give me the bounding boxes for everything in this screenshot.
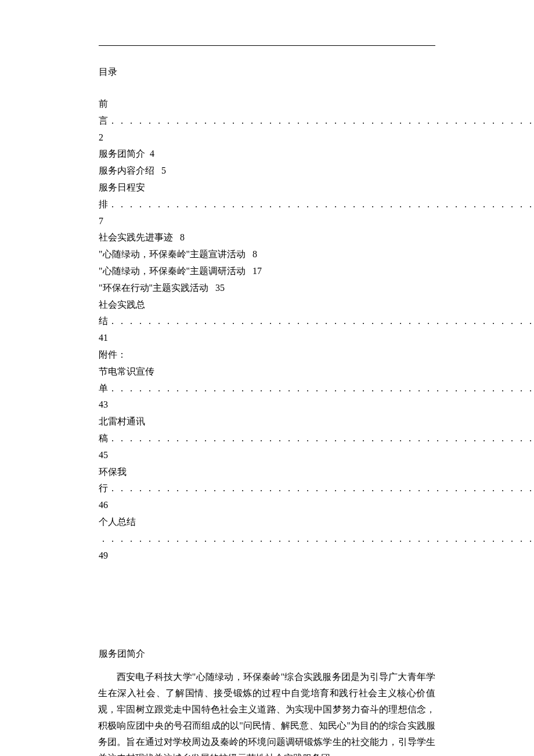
toc-page: 35 xyxy=(215,283,225,293)
toc-page: 46 xyxy=(99,500,108,510)
toc-entry-appendix: 附件： xyxy=(99,347,435,363)
toc-page: 5 xyxy=(161,165,166,175)
toc-text: 社会实践先进事迹 xyxy=(99,232,173,242)
toc-text: 个人总结 xyxy=(99,517,136,527)
toc-page: 7 xyxy=(99,216,103,226)
toc-entry-theme-research: "心随绿动，环保秦岭"主题调研活动 17 xyxy=(99,263,435,280)
toc-entry-foreword: 前言．．．．．．．．．．．．．．．．．．．．．．．．．．．．．．．．．．．．．．… xyxy=(99,96,435,146)
toc-page: 8 xyxy=(180,232,185,242)
toc-entry-intro: 服务团简介 4 xyxy=(99,146,435,163)
toc-entry-practice-deeds: 社会实践先进事迹 8 xyxy=(99,229,435,246)
toc-dots: ．．．．．．．．．．．．．．．．．．．．．．．．．．．．．．．．．．．．．．．．… xyxy=(108,433,534,443)
toc-entry-summary: 社会实践总结．．．．．．．．．．．．．．．．．．．．．．．．．．．．．．．．．．… xyxy=(99,297,435,347)
toc-text: 服务内容介绍 xyxy=(99,165,154,175)
toc-text: 前言 xyxy=(99,99,108,125)
toc-dots: ．．．．．．．．．．．．．．．．．．．．．．．．．．．．．．．．．．．．．．．．… xyxy=(108,199,534,209)
toc-entry-theme-lecture: "心随绿动，环保秦岭"主题宣讲活动 8 xyxy=(99,246,435,263)
toc-page: 41 xyxy=(99,333,108,343)
toc-entry-service-content: 服务内容介绍 5 xyxy=(99,163,435,179)
toc-text: "环保在行动"主题实践活动 xyxy=(99,283,208,293)
toc-page: 4 xyxy=(150,149,154,159)
toc-text: "心随绿动，环保秦岭"主题宣讲活动 xyxy=(99,249,246,259)
toc-entry-env-action: "环保在行动"主题实践活动 35 xyxy=(99,280,435,297)
toc-page: 17 xyxy=(252,266,262,276)
document-page: 目录 前言．．．．．．．．．．．．．．．．．．．．．．．．．．．．．．．．．．．… xyxy=(0,0,534,756)
toc-dots: ．．．．．．．．．．．．．．．．．．．．．．．．．．．．．．．．．．．．．．．．… xyxy=(108,316,534,326)
toc-entry-beilei-news: 北雷村通讯稿．．．．．．．．．．．．．．．．．．．．．．．．．．．．．．．．．．… xyxy=(99,413,435,463)
toc-entry-env-me: 环保我行．．．．．．．．．．．．．．．．．．．．．．．．．．．．．．．．．．．．… xyxy=(99,464,435,514)
toc-page: 43 xyxy=(99,399,108,409)
toc-page: 2 xyxy=(99,132,103,142)
table-of-contents: 前言．．．．．．．．．．．．．．．．．．．．．．．．．．．．．．．．．．．．．．… xyxy=(99,96,435,564)
toc-dots: ．．．．．．．．．．．．．．．．．．．．．．．．．．．．．．．．．．．．．．．．… xyxy=(108,116,534,125)
toc-text: 附件： xyxy=(99,350,127,359)
page-header-rule xyxy=(99,45,435,46)
toc-dots: ．．．．．．．．．．．．．．．．．．．．．．．．．．．．．．．．．．．．．．．．… xyxy=(108,483,534,493)
toc-dots: ．．．．．．．．．．．．．．．．．．．．．．．．．．．．．．．．．．．．．．．．… xyxy=(108,383,534,393)
intro-paragraph-1: 西安电子科技大学"心随绿动，环保秦岭"综合实践服务团是为引导广大青年学生在深入社… xyxy=(98,669,435,756)
toc-heading: 目录 xyxy=(99,66,435,78)
toc-entry-schedule: 服务日程安排．．．．．．．．．．．．．．．．．．．．．．．．．．．．．．．．．．… xyxy=(99,179,435,229)
toc-entry-personal-summary: 个人总结 ．．．．．．．．．．．．．．．．．．．．．．．．．．．．．．．．．．．… xyxy=(99,514,435,564)
vertical-spacer xyxy=(99,564,435,648)
toc-page: 8 xyxy=(252,249,257,259)
toc-page: 49 xyxy=(99,550,108,560)
toc-text: 服务团简介 xyxy=(99,149,145,159)
section-heading-intro: 服务团简介 xyxy=(99,648,435,660)
toc-entry-power-flyer: 节电常识宣传单．．．．．．．．．．．．．．．．．．．．．．．．．．．．．．．．．… xyxy=(99,363,435,413)
toc-page: 45 xyxy=(99,450,108,460)
toc-dots: ．．．．．．．．．．．．．．．．．．．．．．．．．．．．．．．．．．．．．．．．… xyxy=(99,534,534,543)
toc-text: "心随绿动，环保秦岭"主题调研活动 xyxy=(99,266,246,276)
